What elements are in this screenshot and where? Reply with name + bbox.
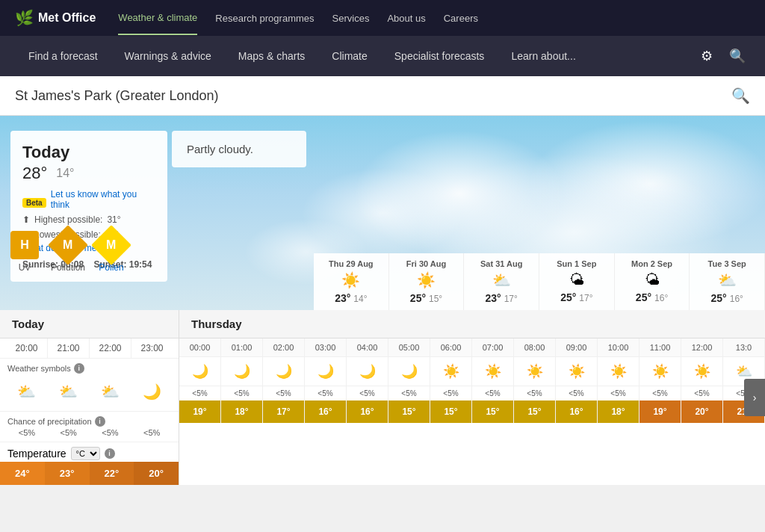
thu-col-9: 09:00 ☀️ <5% 16° — [556, 338, 598, 423]
search-submit-button[interactable]: 🔍 — [731, 87, 750, 105]
nav-weather-climate[interactable]: Weather & climate — [118, 1, 197, 35]
forecast-icon-4: 🌤 — [618, 271, 687, 288]
thu-time-0: 00:00 — [179, 338, 220, 357]
precip-info[interactable]: i — [95, 416, 105, 427]
weather-symbols-label: Weather symbols i — [0, 358, 179, 375]
forecast-day-1[interactable]: Fri 30 Aug ☀️ 25° 15° — [389, 253, 465, 310]
thu-time-3: 03:00 — [305, 338, 346, 357]
pollution-item: M Pollution — [51, 231, 85, 273]
thu-temp-9: 16° — [556, 400, 597, 423]
forecast-label-1: Fri 30 Aug — [392, 259, 461, 268]
today-precip-row: <5% <5% <5% <5% — [0, 428, 179, 442]
weather-symbols-info[interactable]: i — [74, 363, 84, 374]
today-icon-2: ⛅ — [90, 378, 131, 405]
thu-precip-4: <5% — [347, 386, 388, 400]
thu-icon-9: ☀️ — [556, 357, 597, 386]
forecast-low-0: 14° — [353, 294, 367, 304]
today-icon-0: ⛅ — [6, 378, 48, 405]
forecast-day-0[interactable]: Thu 29 Aug ☀️ 23° 14° — [314, 253, 389, 310]
nav-climate[interactable]: Climate — [318, 37, 380, 75]
precip-1: <5% — [48, 428, 90, 437]
forecast-label-4: Mon 2 Sep — [618, 259, 687, 268]
nav-icon-buttons: ⚙ 🔍 — [696, 43, 750, 69]
forecast-day-2[interactable]: Sat 31 Aug ⛅ 23° 17° — [464, 253, 539, 310]
forecast-high-0: 23° — [335, 292, 350, 304]
nav-about[interactable]: About us — [387, 2, 425, 34]
temp-0: 24° — [0, 462, 45, 485]
sunset-val: 19:54 — [129, 259, 152, 270]
forecast-day-4[interactable]: Mon 2 Sep 🌤 25° 16° — [615, 253, 690, 310]
thu-time-8: 08:00 — [514, 338, 555, 357]
nav-services[interactable]: Services — [332, 2, 370, 34]
today-weather-icons: ⛅ ⛅ ⛅ 🌙 — [0, 375, 179, 411]
thu-col-10: 10:00 ☀️ <5% 18° — [598, 338, 639, 423]
thu-time-1: 01:00 — [221, 338, 262, 357]
today-high-temp: 28° — [22, 164, 47, 183]
thu-col-8: 08:00 ☀️ <5% 15° — [514, 338, 556, 423]
thu-col-11: 11:00 ☀️ <5% 19° — [639, 338, 681, 423]
temp-3: 20° — [134, 462, 179, 485]
thu-time-6: 06:00 — [430, 338, 471, 357]
thu-icon-11: ☀️ — [639, 357, 681, 386]
today-low-temp: 14° — [56, 167, 74, 183]
thu-col-12: 12:00 ☀️ <5% 20° — [681, 338, 723, 423]
uv-badge: H — [10, 231, 39, 259]
temp-info[interactable]: i — [105, 448, 115, 459]
location-search-input[interactable]: St James's Park (Greater London) — [15, 88, 731, 104]
nav-careers[interactable]: Careers — [444, 2, 478, 34]
nav-specialist[interactable]: Specialist forecasts — [381, 37, 498, 75]
thu-precip-3: <5% — [305, 386, 346, 400]
forecast-label-0: Thu 29 Aug — [317, 259, 385, 268]
forecast-icon-0: ☀️ — [317, 271, 385, 289]
today-temp-row: 24° 23° 22° 20° — [0, 462, 179, 485]
feedback-link[interactable]: Let us know what you think — [51, 189, 155, 210]
thu-col-6: 06:00 ☀️ <5% 15° — [430, 338, 472, 423]
thu-temp-4: 16° — [347, 400, 388, 423]
thursday-hourly-header: Thursday — [179, 310, 765, 338]
nav-research[interactable]: Research programmes — [215, 2, 314, 34]
time-23: 23:00 — [131, 338, 173, 358]
nav-learn[interactable]: Learn about... — [498, 37, 589, 75]
nav-find-forecast[interactable]: Find a forecast — [15, 37, 111, 75]
precip-label: Chance of precipitation i — [0, 411, 179, 428]
thu-icon-6: ☀️ — [430, 357, 471, 386]
logo[interactable]: 🌿 Met Office — [15, 9, 96, 27]
forecast-icon-2: ⛅ — [467, 271, 536, 289]
thu-precip-12: <5% — [681, 386, 722, 400]
forecast-low-2: 17° — [504, 294, 518, 304]
thu-time-7: 07:00 — [472, 338, 513, 357]
search-button[interactable]: 🔍 — [725, 43, 750, 69]
weather-description-panel: Partly cloudy. — [172, 131, 306, 167]
settings-button[interactable]: ⚙ — [696, 43, 717, 69]
pollution-value: M — [63, 238, 72, 252]
thu-precip-8: <5% — [514, 386, 555, 400]
temp-unit-select[interactable]: °C °F — [71, 447, 100, 460]
nav-maps[interactable]: Maps & charts — [225, 37, 318, 75]
beta-badge: Beta — [22, 198, 46, 208]
thu-precip-2: <5% — [263, 386, 304, 400]
hourly-panels: Today 20:00 21:00 22:00 23:00 Weather sy… — [0, 310, 765, 485]
forecast-day-3[interactable]: Sun 1 Sep 🌤 25° 17° — [539, 253, 615, 310]
thu-temp-8: 15° — [514, 400, 555, 423]
thu-time-2: 02:00 — [263, 338, 304, 357]
forecast-label-3: Sun 1 Sep — [542, 259, 611, 268]
forecast-day-5[interactable]: Tue 3 Sep ⛅ 25° 16° — [690, 253, 765, 310]
thu-temp-12: 20° — [681, 400, 722, 423]
nav-warnings[interactable]: Warnings & advice — [111, 37, 225, 75]
precip-3: <5% — [131, 428, 173, 437]
thu-icon-7: ☀️ — [472, 357, 513, 386]
logo-icon: 🌿 — [15, 9, 34, 27]
forecast-label-5: Tue 3 Sep — [693, 259, 761, 268]
highest-possible-row: ⬆ Highest possible: 31° — [22, 214, 155, 225]
today-icon-3: 🌙 — [131, 378, 173, 405]
today-temperatures: 28° 14° — [22, 164, 155, 183]
thu-icon-0: 🌙 — [179, 357, 220, 386]
weather-description: Partly cloudy. — [187, 143, 291, 155]
pollen-value: M — [106, 238, 116, 252]
scroll-right-arrow[interactable]: › — [744, 379, 765, 416]
thu-col-4: 04:00 🌙 <5% 16° — [347, 338, 388, 423]
top-navigation: 🌿 Met Office Weather & climate Research … — [0, 0, 765, 36]
forecast-icon-5: ⛅ — [693, 271, 761, 289]
thu-time-5: 05:00 — [388, 338, 430, 357]
today-icon-1: ⛅ — [48, 378, 90, 405]
